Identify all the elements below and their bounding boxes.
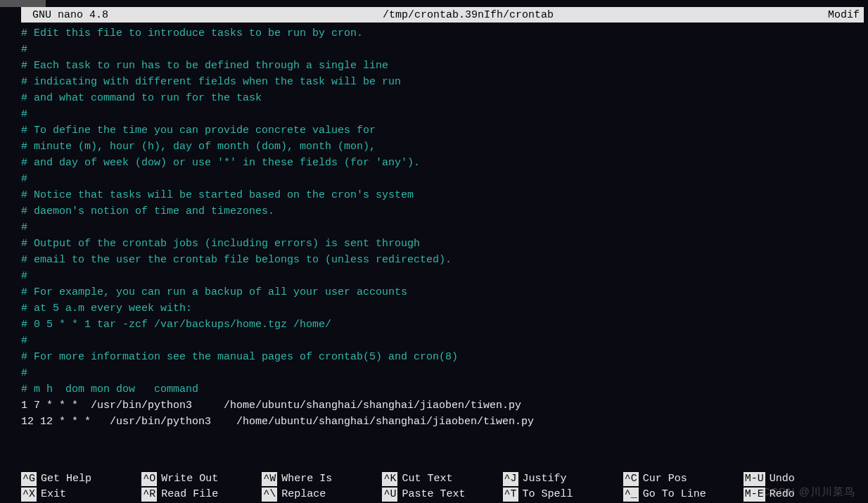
editor-line[interactable]: # Edit this file to introduce tasks to b… xyxy=(21,25,868,42)
keycap: ^R xyxy=(141,488,157,502)
file-path: /tmp/crontab.39nIfh/crontab xyxy=(108,9,828,21)
shortcut-label: Where Is xyxy=(281,472,332,486)
editor-line[interactable]: # Each task to run has to be defined thr… xyxy=(21,58,868,74)
shortcut-label: Replace xyxy=(281,488,326,502)
editor-line[interactable]: # 0 5 * * 1 tar -zcf /var/backups/home.t… xyxy=(21,317,868,333)
shortcut-label: Go To Line xyxy=(643,488,706,502)
editor-line[interactable]: # Notice that tasks will be started base… xyxy=(21,187,868,203)
shortcut-label: Write Out xyxy=(161,472,218,486)
keycap: ^\ xyxy=(262,488,277,502)
editor-line[interactable]: # email to the user the crontab file bel… xyxy=(21,252,868,268)
editor-line[interactable]: # at 5 a.m every week with: xyxy=(21,300,868,317)
keycap: ^G xyxy=(21,472,37,486)
shortcut-to-spell[interactable]: ^TTo Spell xyxy=(503,488,623,502)
editor-line[interactable]: # minute (m), hour (h), day of month (do… xyxy=(21,139,868,155)
editor-line[interactable]: # xyxy=(21,365,868,381)
shortcut-label: Undo xyxy=(770,472,795,486)
shortcut-where-is[interactable]: ^WWhere Is xyxy=(262,472,382,486)
shortcut-replace[interactable]: ^\Replace xyxy=(262,488,382,502)
editor-line[interactable]: 1 7 * * * /usr/bin/python3 /home/ubuntu/… xyxy=(21,397,868,414)
shortcut-label: Justify xyxy=(523,472,567,486)
editor-line[interactable]: # Output of the crontab jobs (including … xyxy=(21,236,868,252)
shortcut-go-to-line[interactable]: ^_Go To Line xyxy=(623,488,743,502)
shortcut-label: Exit xyxy=(41,488,66,502)
file-status: Modif xyxy=(828,9,860,21)
editor-area[interactable]: # Edit this file to introduce tasks to b… xyxy=(0,23,868,430)
shortcut-write-out[interactable]: ^OWrite Out xyxy=(141,472,262,486)
shortcut-label: Cur Pos xyxy=(643,472,687,486)
shortcut-label: To Spell xyxy=(523,488,573,502)
editor-line[interactable]: # and day of week (dow) or use '*' in th… xyxy=(21,155,868,171)
tab-accent xyxy=(0,0,46,7)
keycap: M-E xyxy=(743,488,765,502)
editor-line[interactable]: # For example, you can run a backup of a… xyxy=(21,284,868,300)
keycap: ^X xyxy=(21,488,37,502)
editor-line[interactable]: # xyxy=(21,268,868,284)
keycap: M-U xyxy=(743,472,765,486)
keycap: ^O xyxy=(141,472,157,486)
shortcut-cut-text[interactable]: ^KCut Text xyxy=(382,472,502,486)
shortcut-label: Redo xyxy=(770,488,795,502)
shortcut-read-file[interactable]: ^RRead File xyxy=(141,488,262,502)
shortcut-exit[interactable]: ^XExit xyxy=(21,488,141,502)
keycap: ^W xyxy=(262,472,277,486)
window-top-strip xyxy=(0,0,868,7)
shortcut-label: Paste Text xyxy=(402,488,465,502)
editor-line[interactable]: # xyxy=(21,219,868,236)
keycap: ^C xyxy=(623,472,639,486)
keycap: ^T xyxy=(503,488,518,502)
shortcut-label: Read File xyxy=(161,488,218,502)
editor-line[interactable]: # To define the time you can provide con… xyxy=(21,122,868,139)
keycap: ^U xyxy=(382,488,397,502)
editor-line[interactable]: # indicating with different fields when … xyxy=(21,74,868,90)
editor-line[interactable]: 12 12 * * * /usr/bin/python3 /home/ubunt… xyxy=(21,414,868,430)
editor-line[interactable]: # xyxy=(21,333,868,349)
shortcut-justify[interactable]: ^JJustify xyxy=(503,472,623,486)
shortcut-undo[interactable]: M-UUndo xyxy=(743,472,864,486)
editor-line[interactable]: # xyxy=(21,171,868,187)
editor-line[interactable]: # m h dom mon dow command xyxy=(21,381,868,397)
shortcut-redo[interactable]: M-ERedo xyxy=(743,488,864,502)
shortcut-label: Get Help xyxy=(41,472,91,486)
editor-line[interactable]: # and what command to run for the task xyxy=(21,90,868,106)
keycap: ^K xyxy=(382,472,397,486)
keycap: ^J xyxy=(503,472,518,486)
shortcut-bar: ^GGet Help^OWrite Out^WWhere Is^KCut Tex… xyxy=(21,472,864,503)
app-name: GNU nano 4.8 xyxy=(25,9,108,21)
editor-line[interactable]: # xyxy=(21,106,868,122)
editor-line[interactable]: # daemon's notion of time and timezones. xyxy=(21,203,868,219)
shortcut-cur-pos[interactable]: ^CCur Pos xyxy=(623,472,743,486)
shortcut-label: Cut Text xyxy=(402,472,452,486)
shortcut-get-help[interactable]: ^GGet Help xyxy=(21,472,141,486)
editor-line[interactable]: # xyxy=(21,42,868,58)
keycap: ^_ xyxy=(623,488,639,502)
nano-titlebar: GNU nano 4.8 /tmp/crontab.39nIfh/crontab… xyxy=(21,7,864,23)
editor-line[interactable]: # For more information see the manual pa… xyxy=(21,349,868,365)
shortcut-paste-text[interactable]: ^UPaste Text xyxy=(382,488,502,502)
